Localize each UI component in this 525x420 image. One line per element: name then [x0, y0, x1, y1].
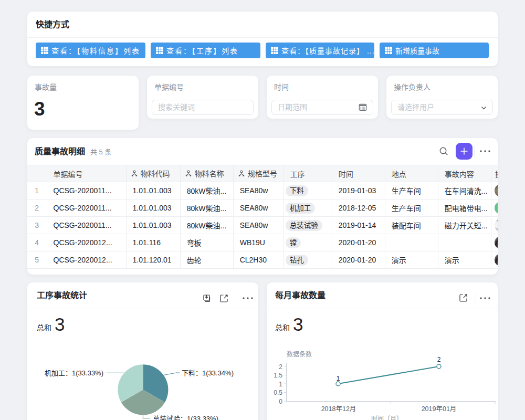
svg-text:2019年01月: 2019年01月 — [422, 405, 457, 413]
svg-text:数据条数: 数据条数 — [287, 350, 312, 358]
svg-text:0.5: 0.5 — [274, 389, 282, 396]
svg-text:2018年12月: 2018年12月 — [321, 405, 356, 413]
svg-text:1: 1 — [279, 381, 282, 388]
svg-text:1: 1 — [337, 375, 340, 382]
svg-text:1.5: 1.5 — [274, 372, 282, 379]
svg-text:时间（月）: 时间（月） — [371, 415, 403, 420]
svg-text:2: 2 — [279, 363, 282, 371]
svg-text:下料：1(33.34%): 下料：1(33.34%) — [182, 369, 234, 377]
svg-text:0: 0 — [279, 398, 282, 405]
svg-text:总装试验：1(33.33%): 总装试验：1(33.33%) — [153, 415, 218, 420]
svg-text:2: 2 — [437, 356, 441, 363]
svg-text:机加工：1(33.33%): 机加工：1(33.33%) — [45, 369, 103, 377]
